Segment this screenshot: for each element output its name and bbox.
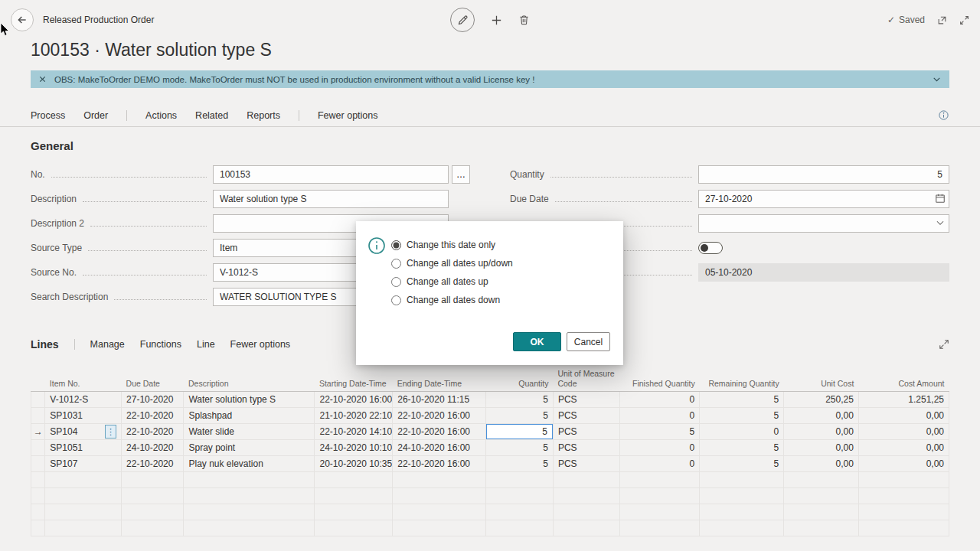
cell[interactable]: 24-10-2020 16:00 [393,440,486,456]
cell[interactable]: Spray point [184,440,315,456]
lines-menu-line[interactable]: Line [197,339,215,350]
cell[interactable]: Splashpad [184,408,315,424]
cell[interactable]: SP107 [45,456,122,472]
cell[interactable]: PCS [553,456,620,472]
option-change-all-dates-down[interactable]: Change all dates down [391,295,513,305]
cell[interactable]: Play nuk elevation [184,456,315,472]
radio-change-this-date-only[interactable] [391,240,401,250]
col-finished-quantity[interactable]: Finished Quantity [620,367,700,392]
radio-change-all-dates-up[interactable] [391,277,401,287]
table-row-empty[interactable] [31,504,949,520]
cell[interactable]: 5 [700,408,784,424]
cell[interactable]: 0,00 [784,456,859,472]
cell[interactable]: PCS [553,440,620,456]
back-button[interactable] [11,8,34,31]
row-selector[interactable] [31,392,45,408]
cell[interactable]: 0,00 [858,456,949,472]
cell[interactable]: Water solution type S [184,392,315,408]
menu-order[interactable]: Order [83,110,108,121]
cell[interactable]: 0 [620,456,700,472]
radio-change-all-dates-down[interactable] [391,295,401,305]
cell[interactable]: PCS [553,424,620,440]
cell[interactable]: 20-10-2020 10:35 [315,456,393,472]
row-selector[interactable] [31,408,45,424]
resize-layout-button[interactable] [959,15,969,25]
col-starting-date-time[interactable]: Starting Date-Time [315,367,393,392]
cell[interactable]: 1.251,25 [858,392,949,408]
cell[interactable]: 22-10-2020 16:00 [315,392,393,408]
row-menu-button[interactable]: ⋮ [105,425,116,439]
col-quantity[interactable]: Quantity [486,367,554,392]
lines-menu-manage[interactable]: Manage [90,339,125,350]
ok-button[interactable]: OK [513,332,561,351]
cell[interactable]: 250,25 [784,392,859,408]
cell[interactable]: 0 [620,392,700,408]
cell[interactable]: 22-10-2020 [122,456,184,472]
cell[interactable]: 0 [620,440,700,456]
cell[interactable]: 22-10-2020 16:00 [393,408,486,424]
col-cost-amount[interactable]: Cost Amount [858,367,949,392]
cell[interactable]: 0,00 [784,424,859,440]
assist-edit-button[interactable]: … [452,165,470,184]
cell[interactable]: 5 [486,408,554,424]
lines-menu-fewer-options[interactable]: Fewer options [230,339,291,350]
table-row-empty[interactable] [31,520,949,536]
cell[interactable]: PCS [553,408,620,424]
cell[interactable]: 22-10-2020 [122,424,184,440]
close-icon[interactable] [38,75,47,83]
cell[interactable]: 5 [700,456,784,472]
no-input[interactable] [213,165,449,184]
description-input[interactable] [213,190,449,208]
table-row[interactable]: SP1051 24-10-2020 Spray point 24-10-2020… [31,440,949,456]
chevron-down-icon[interactable] [932,74,942,84]
cell[interactable]: 0,00 [858,408,949,424]
due-date-input[interactable] [698,190,949,208]
menu-process[interactable]: Process [31,110,65,121]
cell[interactable]: 21-10-2020 22:10 [315,408,393,424]
cell[interactable]: 5 [486,392,554,408]
menu-fewer-options[interactable]: Fewer options [318,110,378,121]
chevron-down-icon[interactable] [935,217,946,228]
col-remaining-quantity[interactable]: Remaining Quantity [700,367,784,392]
cell[interactable]: 5 [700,440,784,456]
col-ending-date-time[interactable]: Ending Date-Time [393,367,486,392]
cell[interactable]: V-1012-S [45,392,122,408]
cell[interactable]: 0,00 [858,440,949,456]
menu-actions[interactable]: Actions [145,110,177,121]
col-unit-of-measure-code[interactable]: Unit of Measure Code [553,367,620,392]
cell[interactable]: 5 [486,456,554,472]
cell[interactable]: 0 [700,424,784,440]
row-selector[interactable] [31,456,45,472]
cell[interactable]: 24-10-2020 10:10 [315,440,393,456]
radio-change-all-dates-up-down[interactable] [391,259,401,269]
cell[interactable]: 0,00 [784,408,859,424]
cell[interactable]: 0,00 [784,440,859,456]
menu-related[interactable]: Related [195,110,228,121]
toggle-switch[interactable] [698,242,723,254]
focus-mode-button[interactable] [939,339,949,350]
cell[interactable]: 27-10-2020 [122,392,184,408]
cell[interactable]: 0,00 [858,424,949,440]
col-item-no[interactable]: Item No. [45,367,122,392]
quantity-input[interactable] [698,165,949,184]
cell[interactable]: 0 [620,408,700,424]
cell[interactable]: 5 [620,424,700,440]
cancel-button[interactable]: Cancel [567,332,610,351]
cell[interactable]: 22-10-2020 14:10 [315,424,393,440]
cell[interactable]: 5 [486,440,554,456]
col-due-date[interactable]: Due Date [122,367,184,392]
cell[interactable]: 26-10-2020 11:15 [393,392,486,408]
menu-reports[interactable]: Reports [247,110,280,121]
option-change-all-dates-up-down[interactable]: Change all dates up/down [391,258,513,269]
delete-button[interactable] [518,14,530,26]
table-row[interactable]: SP107 22-10-2020 Play nuk elevation 20-1… [31,456,949,472]
cell[interactable]: Water slide [184,424,315,440]
option-change-all-dates-up[interactable]: Change all dates up [391,276,513,287]
cell[interactable]: 24-10-2020 [122,440,184,456]
selected-cell[interactable]: 5 [486,424,554,440]
cell[interactable]: PCS [553,392,620,408]
cell[interactable]: 22-10-2020 16:00 [393,456,486,472]
table-row[interactable]: V-1012-S 27-10-2020 Water solution type … [31,392,949,408]
table-row-selected[interactable]: → SP104 ⋮ 22-10-2020 Water slide 22-10-2… [31,424,949,440]
assigned-user-input[interactable] [698,214,949,233]
